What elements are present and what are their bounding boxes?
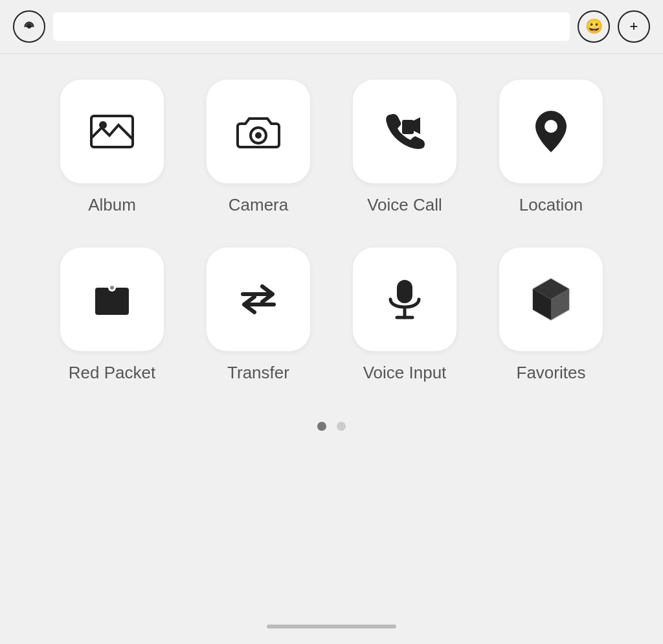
feature-grid: Album Camera — [0, 54, 663, 383]
voice-input-icon — [379, 273, 431, 325]
camera-icon-box — [207, 80, 310, 183]
grid-row-1: Album Camera — [39, 80, 624, 215]
svg-rect-6 — [402, 120, 414, 134]
voice-input-label: Voice Input — [363, 363, 447, 383]
camera-icon — [232, 106, 284, 157]
transfer-icon — [232, 273, 284, 325]
location-icon — [525, 106, 577, 157]
voice-call-icon-box — [353, 80, 456, 183]
grid-item-camera[interactable]: Camera — [194, 80, 323, 215]
grid-item-voice-input[interactable]: Voice Input — [340, 247, 469, 383]
grid-item-transfer[interactable]: Transfer — [194, 247, 323, 383]
svg-point-10 — [110, 286, 114, 290]
camera-label: Camera — [229, 195, 288, 215]
pagination-dots — [0, 422, 663, 431]
voice-button[interactable] — [13, 10, 45, 43]
favorites-icon — [525, 273, 577, 325]
album-label: Album — [88, 195, 136, 215]
grid-item-location[interactable]: Location — [486, 80, 616, 215]
voice-input-icon-box — [353, 247, 456, 351]
grid-row-2: Red Packet Transfer — [39, 247, 624, 383]
voice-call-label: Voice Call — [367, 195, 442, 215]
album-icon-box — [60, 80, 164, 183]
location-icon-box — [499, 80, 603, 183]
red-packet-label: Red Packet — [69, 363, 155, 383]
transfer-label: Transfer — [227, 363, 289, 383]
svg-point-2 — [99, 121, 107, 129]
plus-button[interactable]: + — [618, 10, 650, 43]
grid-item-album[interactable]: Album — [47, 80, 177, 215]
svg-rect-11 — [397, 280, 412, 303]
favorites-icon-box — [499, 247, 603, 351]
grid-item-red-packet[interactable]: Red Packet — [47, 247, 177, 383]
album-icon — [86, 106, 138, 157]
home-indicator — [267, 625, 396, 628]
transfer-icon-box — [207, 247, 310, 351]
red-packet-icon — [86, 273, 138, 325]
top-bar: 😀 + — [0, 0, 663, 54]
emoji-button[interactable]: 😀 — [578, 10, 610, 43]
grid-item-voice-call[interactable]: Voice Call — [340, 80, 469, 215]
voice-call-icon — [379, 106, 431, 157]
svg-point-4 — [255, 132, 262, 139]
grid-item-favorites[interactable]: Favorites — [486, 247, 616, 383]
favorites-label: Favorites — [517, 363, 586, 383]
pagination-dot-1[interactable] — [317, 422, 326, 431]
pagination-dot-2[interactable] — [337, 422, 346, 431]
voice-icon — [21, 19, 37, 34]
svg-point-7 — [545, 120, 557, 133]
message-input[interactable] — [53, 12, 570, 41]
red-packet-icon-box — [60, 247, 164, 351]
location-label: Location — [519, 195, 583, 215]
